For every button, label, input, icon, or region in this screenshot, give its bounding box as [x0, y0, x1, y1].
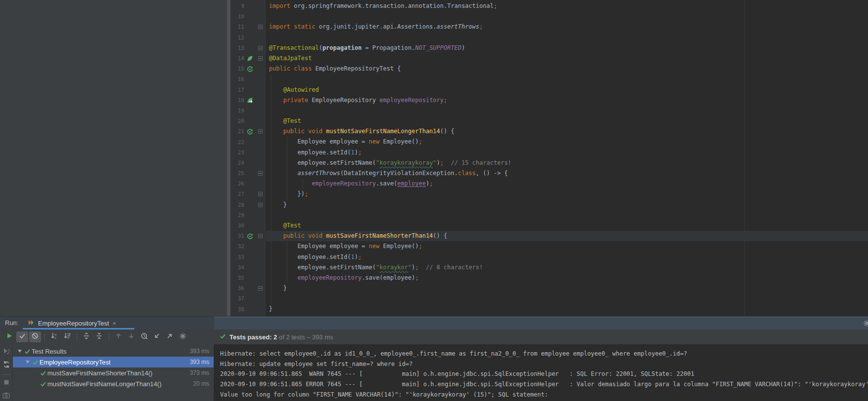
code-line-29[interactable]: 29	[230, 210, 868, 220]
rerun-tests-button[interactable]	[3, 331, 15, 342]
fold-marker-icon[interactable]	[258, 171, 263, 176]
line-number: 34	[230, 264, 244, 271]
code-line-25[interactable]: 25 assertThrows(DataIntegrityViolationEx…	[230, 168, 868, 179]
dump-threads-button[interactable]	[2, 392, 10, 401]
test-tree-row[interactable]: mustNotSaveFirstNameLongerThan14()20 ms	[13, 378, 214, 389]
show-ignored-toggle[interactable]	[29, 331, 41, 342]
test-passed-run-icon[interactable]	[244, 128, 255, 135]
run-console[interactable]: Hibernate: select employee0_.id as id1_0…	[214, 344, 868, 401]
test-tree-row[interactable]: EmployeeRepositoryTest393 ms	[13, 357, 214, 367]
code-line-37[interactable]: 37	[230, 293, 868, 304]
expand-all-icon	[83, 332, 90, 341]
chevron-down-icon[interactable]	[24, 360, 31, 364]
collapse-all-button[interactable]	[93, 331, 105, 342]
code-line-20[interactable]: 20 @Test	[230, 116, 868, 126]
line-number: 31	[230, 233, 244, 239]
test-passed-icon	[31, 359, 39, 365]
collapse-all-icon	[96, 332, 103, 341]
line-number: 29	[230, 212, 244, 219]
test-passed-run-icon[interactable]	[244, 66, 255, 72]
code-line-35[interactable]: 35 employeeRepository.save(employee);	[230, 273, 868, 283]
tests-passed-check-icon	[220, 332, 226, 341]
previous-failed-button[interactable]	[113, 331, 124, 342]
fold-marker-icon[interactable]	[258, 56, 263, 61]
code-text: }	[265, 283, 287, 293]
line-number: 13	[230, 45, 244, 51]
next-failed-button[interactable]	[125, 331, 137, 342]
code-line-9[interactable]: 9import org.springframework.transaction.…	[230, 1, 868, 11]
settings-button[interactable]	[177, 331, 189, 342]
fold-marker-icon[interactable]	[258, 234, 263, 238]
code-line-22[interactable]: 22 Employee employee = new Employee();	[230, 137, 868, 147]
spring-bean-icon[interactable]	[244, 97, 255, 104]
code-line-16[interactable]: 16	[230, 74, 868, 84]
rerun-button[interactable]	[2, 347, 10, 357]
line-number: 9	[230, 3, 244, 9]
stop-button[interactable]	[3, 379, 10, 388]
fold-marker-icon[interactable]	[258, 129, 263, 134]
spring-leaf-icon[interactable]	[244, 55, 255, 62]
test-passed-icon	[39, 381, 47, 387]
code-line-27[interactable]: 27 });	[230, 189, 868, 199]
sort-by-duration-button[interactable]	[61, 331, 73, 342]
toggle-auto-test-button[interactable]	[2, 361, 10, 370]
test-passed-icon	[23, 348, 32, 355]
code-line-32[interactable]: 32 Employee employee = new Employee();	[230, 241, 868, 252]
empty-side-panel	[0, 0, 227, 316]
code-line-13[interactable]: 13@Transactional(propagation = Propagati…	[230, 43, 868, 53]
code-line-23[interactable]: 23 employee.setId(1);	[230, 147, 868, 158]
code-line-31[interactable]: 31 public void mustSaveFirstNameShorterT…	[230, 231, 868, 241]
fold-marker-icon[interactable]	[258, 192, 263, 196]
code-line-11[interactable]: 11import static org.junit.jupiter.api.As…	[230, 22, 868, 32]
code-line-26[interactable]: 26 employeeRepository.save(employee);	[230, 179, 868, 189]
tool-window-gear-icon[interactable]	[863, 320, 868, 329]
chevron-down-icon[interactable]	[16, 349, 23, 353]
code-line-18[interactable]: 18 private EmployeeRepository employeeRe…	[230, 95, 868, 106]
code-line-30[interactable]: 30 @Test	[230, 220, 868, 231]
arrow-down-icon	[128, 332, 135, 341]
line-number: 15	[230, 66, 244, 72]
code-line-21[interactable]: 21 public void mustNotSaveFirstNameLonge…	[230, 126, 868, 137]
code-line-38[interactable]: 38}	[230, 304, 868, 314]
toolbar-separator	[2, 374, 10, 375]
code-line-15[interactable]: 15public class EmployeeRepositoryTest {	[230, 64, 868, 74]
tab-title: EmployeeRepositoryTest	[38, 320, 109, 327]
import-test-results-button[interactable]	[151, 331, 163, 342]
hide-passed-toggle[interactable]	[16, 331, 28, 342]
status-detail: of 2 tests – 393 ms	[277, 333, 333, 341]
line-number: 14	[230, 55, 244, 62]
sort-alpha-icon: az	[51, 332, 58, 341]
fold-marker-icon[interactable]	[258, 46, 263, 50]
line-number: 20	[230, 118, 244, 124]
test-tree-row[interactable]: Test Results393 ms	[13, 346, 214, 357]
code-line-12[interactable]: 12	[230, 33, 868, 43]
panel-splitter[interactable]	[227, 0, 230, 316]
expand-all-button[interactable]	[80, 331, 92, 342]
code-line-33[interactable]: 33 employee.setId(1);	[230, 252, 868, 262]
tab-close-icon[interactable]: ×	[113, 320, 116, 327]
code-line-19[interactable]: 19	[230, 106, 868, 116]
test-node-label: Test Results	[32, 348, 67, 355]
code-editor[interactable]: 9import org.springframework.transaction.…	[230, 0, 868, 316]
code-line-24[interactable]: 24 employee.setFirstName("koraykoraykora…	[230, 158, 868, 168]
fold-marker-icon[interactable]	[258, 286, 263, 291]
code-line-14[interactable]: 14@DataJpaTest	[230, 53, 868, 64]
run-content: Test Results393 msEmployeeRepositoryTest…	[0, 344, 868, 401]
code-line-34[interactable]: 34 employee.setFirstName("koraykor"); //…	[230, 262, 868, 273]
sort-alphabetically-button[interactable]: az	[48, 331, 60, 342]
console-line: 2020-09-10 09:06:51.865 ERROR 7645 --- […	[220, 379, 868, 390]
export-test-results-button[interactable]	[164, 331, 176, 342]
fold-marker-icon[interactable]	[258, 25, 263, 29]
code-line-10[interactable]: 10	[230, 11, 868, 22]
test-history-button[interactable]	[138, 331, 150, 342]
test-results-tree[interactable]: Test Results393 msEmployeeRepositoryTest…	[13, 344, 214, 401]
code-text: employee.setFirstName("koraykoraykoray")…	[265, 158, 511, 168]
fold-marker-icon[interactable]	[258, 203, 263, 207]
test-node-label: mustNotSaveFirstNameLongerThan14()	[47, 380, 161, 388]
test-passed-run-icon[interactable]	[244, 233, 255, 239]
test-tree-row[interactable]: mustSaveFirstNameShorterThan14()373 ms	[13, 367, 214, 378]
code-line-28[interactable]: 28 }	[230, 200, 868, 210]
code-line-36[interactable]: 36 }	[230, 283, 868, 293]
code-line-17[interactable]: 17 @Autowired	[230, 85, 868, 95]
code-text: employee.setId(1);	[265, 252, 362, 262]
